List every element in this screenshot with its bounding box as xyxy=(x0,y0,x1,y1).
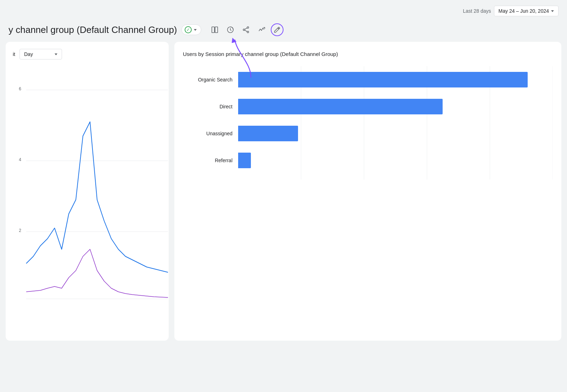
bar-label-direct: Direct xyxy=(183,104,232,109)
bar-row: Direct xyxy=(183,99,553,114)
bar-track-referral xyxy=(238,153,553,168)
bar-fill-referral xyxy=(238,153,251,168)
chevron-down-icon xyxy=(551,10,554,12)
bar-label-unassigned: Unassigned xyxy=(183,131,232,136)
svg-rect-1 xyxy=(215,27,217,33)
edit-button[interactable] xyxy=(271,23,284,36)
granularity-select[interactable]: Day xyxy=(19,49,62,59)
bar-chart-area: Organic Search Direct Unassigned xyxy=(183,66,553,180)
check-circle-icon: ✓ xyxy=(185,26,192,33)
chevron-down-icon xyxy=(194,29,197,31)
bar-row: Referral xyxy=(183,153,553,168)
status-badge[interactable]: ✓ xyxy=(181,24,201,35)
bar-track-direct xyxy=(238,99,553,114)
toolbar-icons xyxy=(208,23,284,36)
svg-line-7 xyxy=(245,30,247,32)
svg-rect-0 xyxy=(212,27,214,33)
chevron-down-icon xyxy=(55,53,57,55)
granularity-value: Day xyxy=(24,51,33,57)
bar-chart-wrapper: Organic Search Direct Unassigned xyxy=(183,66,553,180)
bar-fill-organic xyxy=(238,72,528,87)
bar-label-organic: Organic Search xyxy=(183,77,232,83)
panel-label: it xyxy=(13,51,15,57)
right-panel: Users by Session primary channel group (… xyxy=(174,42,561,341)
svg-line-6 xyxy=(245,28,247,29)
bar-fill-direct xyxy=(238,99,443,114)
insights-button[interactable] xyxy=(255,23,268,36)
chart-title: Users by Session primary channel group (… xyxy=(183,50,388,58)
bar-track-organic xyxy=(238,72,553,87)
date-range-button[interactable]: May 24 – Jun 20, 2024 xyxy=(494,6,558,16)
line-chart-svg xyxy=(23,65,169,334)
bar-track-unassigned xyxy=(238,126,553,141)
bar-label-referral: Referral xyxy=(183,158,232,163)
share-button[interactable] xyxy=(240,23,252,36)
y-tick-2: 2 xyxy=(13,228,21,233)
left-panel: it Day 6 4 2 xyxy=(6,42,169,341)
svg-point-5 xyxy=(247,31,249,33)
date-label: Last 28 days xyxy=(463,8,491,14)
y-tick-6: 6 xyxy=(13,86,21,91)
top-bar: Last 28 days May 24 – Jun 20, 2024 xyxy=(0,0,567,21)
line-chart-container: 6 4 2 xyxy=(13,65,162,334)
bar-fill-unassigned xyxy=(238,126,298,141)
compare-button[interactable] xyxy=(208,23,221,36)
main-content: it Day 6 4 2 xyxy=(0,42,567,346)
bar-row: Organic Search xyxy=(183,72,553,87)
analytics-button[interactable] xyxy=(224,23,237,36)
bar-row: Unassigned xyxy=(183,126,553,141)
panel-controls: it Day xyxy=(13,49,162,59)
header-section: y channel group (Default Channel Group) … xyxy=(0,21,567,42)
svg-point-4 xyxy=(243,29,245,31)
y-tick-4: 4 xyxy=(13,157,21,162)
page-title: y channel group (Default Channel Group) xyxy=(9,24,177,35)
svg-point-3 xyxy=(247,27,249,28)
date-range-text: May 24 – Jun 20, 2024 xyxy=(499,8,549,14)
